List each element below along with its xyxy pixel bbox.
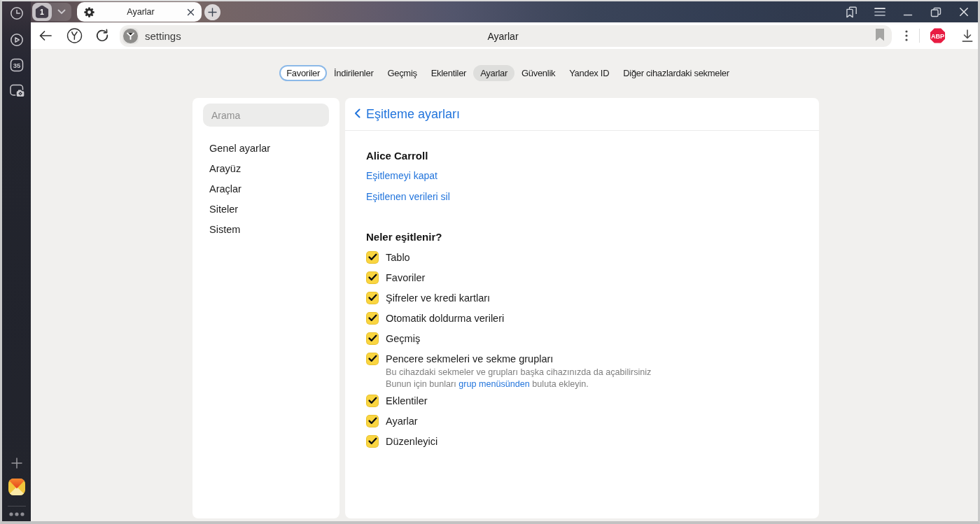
sync-item-row: Geçmiş	[366, 328, 798, 348]
settings-nav-item[interactable]: Favoriler	[279, 65, 327, 81]
refresh-icon[interactable]	[94, 29, 111, 43]
tab-title: Ayarlar	[94, 7, 187, 17]
bookmarks-panel-icon[interactable]	[838, 1, 866, 22]
tab-gear-icon	[84, 7, 94, 17]
tabs-chevron-button[interactable]	[52, 3, 71, 21]
browser-toolbar: settings Ayarlar ABP	[31, 22, 978, 49]
checkbox-checked[interactable]	[366, 332, 379, 345]
sync-item-row: Otomatik doldurma verileri	[366, 308, 798, 328]
yandex-browser-favicon	[123, 29, 138, 43]
account-name: Alice Carroll	[366, 150, 798, 162]
svg-text:35: 35	[13, 62, 20, 69]
sidebar-divider	[8, 506, 26, 507]
settings-menu-item[interactable]: Siteler	[192, 199, 340, 219]
checkbox-checked[interactable]	[366, 395, 379, 407]
sync-item-row: Ayarlar	[366, 411, 798, 431]
checkbox-checked[interactable]	[366, 271, 379, 284]
settings-menu-item[interactable]: Genel ayarlar	[192, 138, 340, 158]
checkbox-checked[interactable]	[366, 415, 379, 427]
sync-section-title: Neler eşitlenir?	[366, 231, 798, 243]
browser-menu-icon[interactable]	[866, 1, 894, 22]
sync-item-row: Şifreler ve kredi kartları	[366, 288, 798, 308]
sync-item-description: Bu cihazdaki sekmeler ve grupları başka …	[386, 367, 798, 390]
toolbar-separator	[919, 29, 920, 43]
sync-header[interactable]: Eşitleme ayarları	[345, 98, 819, 131]
settings-nav-item[interactable]: Yandex ID	[562, 65, 616, 81]
svg-text:ABP: ABP	[930, 33, 944, 40]
settings-nav-item[interactable]: Eklentiler	[424, 65, 473, 81]
settings-page: FavorilerİndirilenlerGeçmişEklentilerAya…	[31, 49, 978, 521]
sync-item-row: Tablo	[366, 247, 798, 267]
downloads-icon[interactable]	[959, 29, 976, 43]
sync-settings-panel: Eşitleme ayarları Alice Carroll Eşitleme…	[345, 98, 819, 518]
back-chevron-icon[interactable]	[354, 107, 360, 122]
sync-off-link[interactable]: Eşitlemeyi kapat	[366, 170, 798, 181]
calendar-badge-icon[interactable]: 35	[9, 57, 24, 73]
sync-item-label: Ayarlar	[386, 416, 418, 427]
sync-item-label: Düzenleyici	[386, 436, 438, 447]
tab-strip: 1 Ayarlar	[31, 1, 978, 22]
tab-close-icon[interactable]	[187, 8, 195, 16]
settings-nav-item[interactable]: Diğer cihazlardaki sekmeler	[616, 65, 736, 81]
yandex-services-icon[interactable]	[66, 28, 83, 44]
checkbox-checked[interactable]	[366, 435, 379, 448]
settings-nav-item[interactable]: Ayarlar	[473, 65, 514, 81]
back-icon[interactable]	[36, 30, 55, 41]
new-tab-button[interactable]	[204, 4, 220, 20]
checkbox-checked[interactable]	[366, 292, 379, 304]
settings-menu-item[interactable]: Arayüz	[192, 158, 340, 178]
adblock-extension-icon[interactable]: ABP	[929, 28, 946, 44]
toolbar-menu-icon[interactable]	[901, 30, 912, 41]
svg-text:1: 1	[40, 8, 44, 16]
sync-item-label: Pencere sekmeleri ve sekme grupları	[386, 353, 553, 364]
sync-item-label: Tablo	[386, 252, 410, 263]
player-icon[interactable]	[9, 32, 24, 48]
description-line2: Bunun için bunları grup menüsünden bulut…	[386, 378, 798, 390]
history-icon[interactable]	[9, 6, 24, 21]
add-panel-icon[interactable]	[10, 457, 23, 469]
screenshot-icon[interactable]	[8, 82, 25, 99]
delete-synced-data-link[interactable]: Eşitlenen verileri sil	[366, 191, 798, 202]
page-title: Ayarlar	[120, 31, 886, 42]
sync-item-row: Düzenleyici	[366, 431, 798, 451]
settings-menu-item[interactable]: Sistem	[192, 219, 340, 239]
tab-counter-group[interactable]: 1	[32, 3, 71, 21]
sync-item-row: Favoriler	[366, 267, 798, 288]
checkbox-checked[interactable]	[366, 312, 379, 325]
group-menu-link[interactable]: grup menüsünden	[458, 379, 530, 389]
sync-item-label: Geçmiş	[386, 333, 420, 344]
site-favicon-chip	[122, 28, 139, 44]
minimize-icon[interactable]	[894, 1, 922, 22]
sync-item-row: Pencere sekmeleri ve sekme grupları	[366, 348, 798, 369]
sync-item-row: Eklentiler	[366, 390, 798, 411]
settings-sidebar-panel: Genel ayarlarArayüzAraçlarSitelerSistem	[192, 98, 340, 518]
yandex-mail-icon[interactable]	[8, 479, 25, 496]
bookmark-icon[interactable]	[875, 29, 885, 44]
settings-nav-item[interactable]: Geçmiş	[380, 65, 424, 81]
sync-item-label: Eklentiler	[386, 395, 428, 406]
all-tabs-button[interactable]: 1	[32, 3, 52, 21]
description-line1: Bu cihazdaki sekmeler ve grupları başka …	[386, 367, 798, 378]
sync-item-label: Otomatik doldurma verileri	[386, 313, 504, 324]
checkbox-checked[interactable]	[366, 251, 379, 264]
url-text: settings	[145, 30, 181, 42]
close-window-icon[interactable]	[950, 1, 978, 22]
settings-search[interactable]	[203, 104, 329, 127]
address-bar[interactable]: settings Ayarlar	[120, 25, 892, 47]
checkbox-checked[interactable]	[366, 353, 379, 365]
sync-item-label: Şifreler ve kredi kartları	[386, 292, 490, 304]
settings-search-input[interactable]	[211, 110, 316, 121]
settings-nav-item[interactable]: İndirilenler	[327, 65, 380, 81]
settings-nav: FavorilerİndirilenlerGeçmişEklentilerAya…	[279, 65, 736, 80]
settings-nav-item[interactable]: Güvenlik	[514, 65, 562, 81]
restore-icon[interactable]	[922, 1, 950, 22]
active-tab[interactable]: Ayarlar	[77, 2, 202, 22]
browser-window: 35	[0, 0, 980, 524]
settings-menu-item[interactable]: Araçlar	[192, 178, 340, 199]
sync-title[interactable]: Eşitleme ayarları	[366, 107, 460, 122]
more-dots-icon[interactable]	[8, 511, 25, 517]
sync-item-label: Favoriler	[386, 272, 425, 283]
browser-sidebar: 35	[2, 1, 31, 521]
